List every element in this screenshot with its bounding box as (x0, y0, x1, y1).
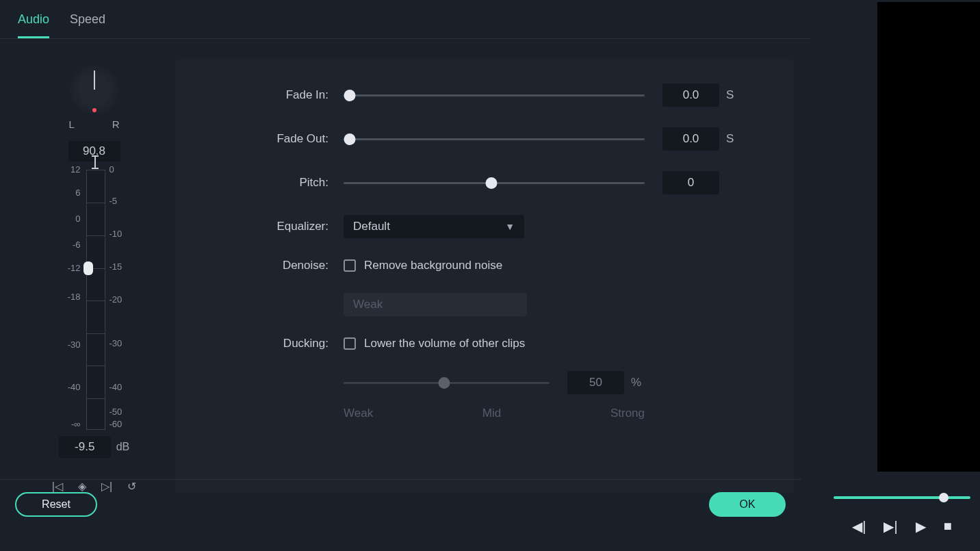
fade-in-label: Fade In: (194, 88, 344, 102)
dialog-footer: Reset OK (0, 479, 801, 517)
pan-value-input[interactable]: 90.8 (68, 141, 120, 162)
audio-settings-panel: Fade In: 0.0 S Fade Out: 0.0 S Pitch: (175, 60, 794, 493)
equalizer-select[interactable]: Default ▼ (344, 215, 524, 238)
stop-icon[interactable]: ■ (944, 518, 952, 535)
db-unit-label: dB (116, 441, 130, 453)
volume-db-input[interactable]: -9.5 (59, 436, 111, 458)
denoise-level-select: Weak (344, 293, 527, 316)
volume-slider-thumb[interactable] (83, 261, 93, 275)
pan-indicator-icon (92, 108, 96, 112)
reset-button[interactable]: Reset (15, 492, 97, 517)
fade-out-slider[interactable] (344, 138, 645, 140)
ducking-scale: Weak Mid Strong (344, 407, 645, 420)
preview-pane (877, 2, 980, 472)
ducking-checkbox-label: Lower the volume of other clips (364, 337, 525, 350)
ducking-value: 50 (567, 371, 624, 394)
pan-left-label: L (69, 118, 75, 130)
ducking-unit: % (631, 376, 645, 389)
fade-out-unit: S (726, 132, 740, 146)
transport-controls: ◀| ▶| ▶ ■ (827, 496, 977, 535)
prev-frame-icon[interactable]: ◀| (852, 518, 866, 535)
pitch-value[interactable]: 0 (662, 171, 719, 194)
denoise-checkbox[interactable] (344, 259, 356, 272)
pitch-thumb[interactable] (485, 177, 497, 189)
pitch-label: Pitch: (194, 176, 344, 190)
denoise-label: Denoise: (194, 259, 344, 272)
volume-meter: 12 6 0 -6 -12 -18 -30 -40 -∞ 0 -5 -10 -1… (40, 167, 149, 431)
ducking-thumb (439, 377, 450, 389)
chevron-down-icon: ▼ (505, 221, 515, 232)
ducking-slider (344, 382, 550, 384)
ducking-checkbox[interactable] (344, 337, 356, 350)
fade-out-label: Fade Out: (194, 132, 344, 146)
pan-right-label: R (112, 118, 120, 130)
tab-audio[interactable]: Audio (18, 8, 49, 38)
pitch-slider[interactable] (344, 182, 645, 184)
progress-thumb[interactable] (939, 493, 949, 502)
ok-button[interactable]: OK (709, 492, 786, 517)
volume-column: L R 90.8 12 (17, 60, 171, 493)
fade-in-slider[interactable] (344, 94, 645, 97)
denoise-checkbox-label: Remove background noise (364, 259, 502, 272)
fade-in-value[interactable]: 0.0 (662, 84, 719, 107)
play-icon[interactable]: ▶ (916, 518, 926, 535)
fade-out-thumb[interactable] (344, 133, 355, 145)
pause-icon[interactable]: ▶| (884, 518, 897, 535)
equalizer-label: Equalizer: (194, 220, 344, 233)
volume-db-text: -9.5 (75, 440, 94, 454)
pan-knob[interactable] (70, 65, 119, 114)
tabs-bar: Audio Speed (0, 0, 811, 39)
ducking-label: Ducking: (194, 337, 344, 350)
playback-progress[interactable] (834, 496, 970, 499)
fade-in-thumb[interactable] (344, 90, 355, 101)
fade-out-value[interactable]: 0.0 (662, 127, 719, 151)
fade-in-unit: S (726, 88, 740, 102)
equalizer-selected: Default (353, 220, 390, 233)
tab-speed[interactable]: Speed (70, 8, 105, 38)
volume-slider-track[interactable] (86, 170, 105, 430)
